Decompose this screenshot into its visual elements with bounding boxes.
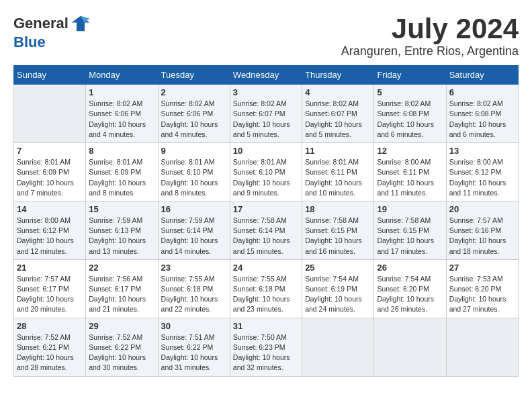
day-header-thursday: Thursday	[302, 66, 374, 85]
calendar-cell: 29Sunrise: 7:52 AMSunset: 6:22 PMDayligh…	[86, 318, 158, 376]
calendar-cell: 12Sunrise: 8:00 AMSunset: 6:11 PMDayligh…	[374, 143, 446, 201]
logo-blue-text: Blue	[13, 34, 46, 51]
calendar-week-row: 1Sunrise: 8:02 AMSunset: 6:06 PMDaylight…	[14, 85, 519, 143]
day-info: Sunrise: 7:54 AMSunset: 6:20 PMDaylight:…	[377, 274, 443, 315]
day-header-tuesday: Tuesday	[158, 66, 230, 85]
day-header-wednesday: Wednesday	[230, 66, 302, 85]
calendar-week-row: 7Sunrise: 8:01 AMSunset: 6:09 PMDaylight…	[14, 143, 519, 201]
day-info: Sunrise: 7:55 AMSunset: 6:18 PMDaylight:…	[233, 274, 299, 315]
day-info: Sunrise: 8:02 AMSunset: 6:08 PMDaylight:…	[449, 99, 515, 140]
calendar-cell	[374, 318, 446, 376]
day-header-friday: Friday	[374, 66, 446, 85]
day-info: Sunrise: 8:02 AMSunset: 6:06 PMDaylight:…	[161, 99, 227, 140]
calendar-cell: 1Sunrise: 8:02 AMSunset: 6:06 PMDaylight…	[86, 85, 158, 143]
calendar-cell: 25Sunrise: 7:54 AMSunset: 6:19 PMDayligh…	[302, 259, 374, 318]
day-info: Sunrise: 7:59 AMSunset: 6:14 PMDaylight:…	[161, 216, 227, 257]
day-info: Sunrise: 7:52 AMSunset: 6:21 PMDaylight:…	[17, 332, 83, 373]
day-number: 12	[377, 146, 443, 156]
calendar-header-row: SundayMondayTuesdayWednesdayThursdayFrid…	[14, 66, 519, 85]
calendar-cell	[302, 318, 374, 376]
calendar-cell: 2Sunrise: 8:02 AMSunset: 6:06 PMDaylight…	[158, 85, 230, 143]
day-number: 2	[161, 87, 227, 97]
logo-bird-icon	[71, 13, 91, 34]
day-info: Sunrise: 7:54 AMSunset: 6:19 PMDaylight:…	[305, 274, 371, 315]
calendar-cell: 17Sunrise: 7:58 AMSunset: 6:14 PMDayligh…	[230, 201, 302, 259]
calendar-week-row: 21Sunrise: 7:57 AMSunset: 6:17 PMDayligh…	[14, 259, 519, 318]
day-number: 10	[233, 146, 299, 156]
day-info: Sunrise: 7:58 AMSunset: 6:15 PMDaylight:…	[305, 216, 371, 257]
day-number: 31	[233, 321, 299, 331]
calendar-cell: 10Sunrise: 8:01 AMSunset: 6:10 PMDayligh…	[230, 143, 302, 201]
calendar-cell: 26Sunrise: 7:54 AMSunset: 6:20 PMDayligh…	[374, 259, 446, 318]
day-number: 13	[449, 146, 515, 156]
day-info: Sunrise: 8:00 AMSunset: 6:12 PMDaylight:…	[449, 157, 515, 198]
calendar-cell: 13Sunrise: 8:00 AMSunset: 6:12 PMDayligh…	[446, 143, 518, 201]
day-info: Sunrise: 7:52 AMSunset: 6:22 PMDaylight:…	[89, 332, 154, 373]
calendar-cell: 7Sunrise: 8:01 AMSunset: 6:09 PMDaylight…	[14, 143, 86, 201]
day-number: 15	[89, 204, 154, 214]
day-info: Sunrise: 7:56 AMSunset: 6:17 PMDaylight:…	[89, 274, 154, 315]
day-number: 26	[377, 263, 443, 273]
day-number: 9	[161, 146, 227, 156]
calendar-cell: 9Sunrise: 8:01 AMSunset: 6:10 PMDaylight…	[158, 143, 230, 201]
day-number: 19	[377, 204, 443, 214]
day-number: 14	[17, 204, 83, 214]
day-number: 8	[89, 146, 154, 156]
day-info: Sunrise: 7:55 AMSunset: 6:18 PMDaylight:…	[161, 274, 227, 315]
day-info: Sunrise: 7:59 AMSunset: 6:13 PMDaylight:…	[89, 216, 154, 257]
day-number: 18	[305, 204, 371, 214]
day-number: 24	[233, 263, 299, 273]
location-subtitle: Aranguren, Entre Rios, Argentina	[341, 44, 519, 58]
day-number: 22	[89, 263, 154, 273]
logo: General Blue	[13, 13, 91, 51]
day-info: Sunrise: 8:02 AMSunset: 6:07 PMDaylight:…	[305, 99, 371, 140]
calendar-cell: 14Sunrise: 8:00 AMSunset: 6:12 PMDayligh…	[14, 201, 86, 259]
day-number: 6	[449, 87, 515, 97]
logo-general-text: General	[13, 15, 69, 32]
calendar-cell: 22Sunrise: 7:56 AMSunset: 6:17 PMDayligh…	[86, 259, 158, 318]
day-header-monday: Monday	[86, 66, 158, 85]
day-info: Sunrise: 7:53 AMSunset: 6:20 PMDaylight:…	[449, 274, 515, 315]
calendar-cell: 31Sunrise: 7:50 AMSunset: 6:23 PMDayligh…	[230, 318, 302, 376]
calendar-cell: 18Sunrise: 7:58 AMSunset: 6:15 PMDayligh…	[302, 201, 374, 259]
calendar-cell	[14, 85, 86, 143]
day-number: 28	[17, 321, 83, 331]
day-info: Sunrise: 7:57 AMSunset: 6:17 PMDaylight:…	[17, 274, 83, 315]
month-year-title: July 2024	[341, 13, 519, 44]
calendar-cell: 15Sunrise: 7:59 AMSunset: 6:13 PMDayligh…	[86, 201, 158, 259]
calendar-cell: 5Sunrise: 8:02 AMSunset: 6:08 PMDaylight…	[374, 85, 446, 143]
calendar-week-row: 14Sunrise: 8:00 AMSunset: 6:12 PMDayligh…	[14, 201, 519, 259]
calendar-cell: 16Sunrise: 7:59 AMSunset: 6:14 PMDayligh…	[158, 201, 230, 259]
calendar-cell: 6Sunrise: 8:02 AMSunset: 6:08 PMDaylight…	[446, 85, 518, 143]
calendar-cell: 23Sunrise: 7:55 AMSunset: 6:18 PMDayligh…	[158, 259, 230, 318]
calendar-cell: 21Sunrise: 7:57 AMSunset: 6:17 PMDayligh…	[14, 259, 86, 318]
day-number: 5	[377, 87, 443, 97]
calendar-week-row: 28Sunrise: 7:52 AMSunset: 6:21 PMDayligh…	[14, 318, 519, 376]
day-number: 27	[449, 263, 515, 273]
day-number: 7	[17, 146, 83, 156]
calendar-cell: 20Sunrise: 7:57 AMSunset: 6:16 PMDayligh…	[446, 201, 518, 259]
calendar-cell: 24Sunrise: 7:55 AMSunset: 6:18 PMDayligh…	[230, 259, 302, 318]
day-header-saturday: Saturday	[446, 66, 518, 85]
day-number: 30	[161, 321, 227, 331]
calendar-cell: 8Sunrise: 8:01 AMSunset: 6:09 PMDaylight…	[86, 143, 158, 201]
calendar-cell: 3Sunrise: 8:02 AMSunset: 6:07 PMDaylight…	[230, 85, 302, 143]
day-number: 29	[89, 321, 154, 331]
day-number: 23	[161, 263, 227, 273]
calendar-cell: 27Sunrise: 7:53 AMSunset: 6:20 PMDayligh…	[446, 259, 518, 318]
day-number: 25	[305, 263, 371, 273]
day-number: 20	[449, 204, 515, 214]
day-number: 3	[233, 87, 299, 97]
day-number: 11	[305, 146, 371, 156]
day-info: Sunrise: 8:01 AMSunset: 6:11 PMDaylight:…	[305, 157, 371, 198]
day-info: Sunrise: 8:02 AMSunset: 6:08 PMDaylight:…	[377, 99, 443, 140]
page-header: General Blue July 2024 Aranguren, Entre …	[13, 13, 519, 58]
day-info: Sunrise: 8:00 AMSunset: 6:11 PMDaylight:…	[377, 157, 443, 198]
day-info: Sunrise: 8:01 AMSunset: 6:09 PMDaylight:…	[89, 157, 154, 198]
day-info: Sunrise: 7:58 AMSunset: 6:14 PMDaylight:…	[233, 216, 299, 257]
day-info: Sunrise: 7:51 AMSunset: 6:22 PMDaylight:…	[161, 332, 227, 373]
title-section: July 2024 Aranguren, Entre Rios, Argenti…	[341, 13, 519, 58]
day-info: Sunrise: 8:01 AMSunset: 6:09 PMDaylight:…	[17, 157, 83, 198]
calendar-cell: 28Sunrise: 7:52 AMSunset: 6:21 PMDayligh…	[14, 318, 86, 376]
calendar-table: SundayMondayTuesdayWednesdayThursdayFrid…	[13, 65, 519, 376]
